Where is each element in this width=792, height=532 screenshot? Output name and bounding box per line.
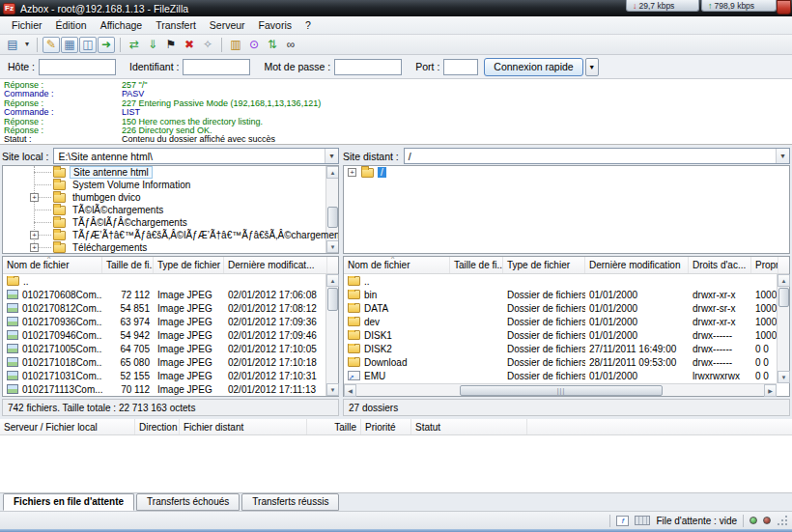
process-queue-icon[interactable]: ⇓: [144, 37, 161, 53]
file-row[interactable]: 0102170608Com...72 112Image JPEG02/01/20…: [3, 288, 338, 301]
menu-fichier[interactable]: Fichier: [5, 17, 49, 33]
toggle-local-pane-icon[interactable]: ◫: [79, 37, 97, 53]
compare-icon[interactable]: ⊙: [245, 37, 263, 53]
column-header-nom-de-fichier[interactable]: Nom de fichier^: [344, 257, 450, 273]
find-icon[interactable]: ∞: [282, 37, 299, 53]
column-header-taille[interactable]: Taille: [307, 419, 361, 434]
expand-plus-icon[interactable]: +: [348, 168, 356, 177]
scroll-left-icon[interactable]: ◀: [344, 384, 356, 397]
quickconnect-dropdown-icon[interactable]: ▼: [585, 58, 599, 76]
expand-plus-icon[interactable]: +: [30, 243, 39, 252]
tree-item-item[interactable]: +/: [344, 166, 789, 179]
scroll-up-icon[interactable]: ▲: [778, 274, 790, 287]
download-arrow-icon: ↓: [633, 1, 637, 11]
quickconnect-button[interactable]: Connexion rapide: [484, 58, 582, 76]
toggle-queue-icon[interactable]: ➜: [98, 37, 115, 53]
column-header-type-de-fichier[interactable]: Type de fichier: [154, 257, 224, 273]
file-row[interactable]: devDossier de fichiers01/01/2000drwxr-xr…: [344, 315, 789, 328]
tree-item-t-l-chargements[interactable]: +Téléchargements: [3, 241, 338, 254]
cell-text: 0 0: [755, 371, 769, 381]
column-header-statut[interactable]: Statut: [411, 419, 527, 434]
column-header-nom-de-fichier[interactable]: Nom de fichier^: [3, 257, 102, 273]
column-header-fichier-distant[interactable]: Fichier distant: [180, 419, 307, 434]
file-row[interactable]: DownloadDossier de fichiers28/11/2011 09…: [344, 355, 789, 369]
tab-fichiers-en-file-d-attente[interactable]: Fichiers en file d'attente: [3, 493, 134, 511]
file-row[interactable]: 0102170936Com...63 974Image JPEG02/01/20…: [3, 315, 338, 328]
scrollbar-thumb[interactable]: [778, 288, 789, 307]
tab-transferts-r-ussis[interactable]: Transferts réussis: [241, 493, 339, 511]
file-row[interactable]: ..: [3, 274, 338, 288]
site-manager-icon[interactable]: ▤: [4, 37, 21, 53]
scrollbar-thumb[interactable]: |||: [460, 385, 663, 396]
cell-name: DATA: [344, 303, 450, 314]
tree-item-t-l-chargements[interactable]: TÃ©lÃ©chargements: [3, 204, 338, 216]
menu-transfert[interactable]: Transfert: [149, 17, 203, 33]
toggle-treeview-icon[interactable]: ▦: [61, 37, 78, 53]
resize-grip[interactable]: [777, 515, 788, 526]
column-header-derni-re-modificat[interactable]: Dernière modificat...: [224, 257, 327, 273]
menu-serveur[interactable]: Serveur: [203, 17, 252, 33]
local-site-path: E:\Site antenne html\: [58, 151, 152, 162]
tree-item-t-l-chargements[interactable]: +TÃƒÆ’Ã†â€™Ãƒâ€šÃ‚Â©lÃƒÆ’Ã†â€™Ãƒâ€šÃ‚Â©c…: [3, 229, 338, 241]
file-row[interactable]: 0102171005Com...64 705Image JPEG02/01/20…: [3, 342, 338, 355]
column-header-serveur-fichier-local[interactable]: Serveur / Fichier local: [0, 419, 135, 434]
cancel-operation-icon[interactable]: ⚑: [162, 37, 180, 53]
column-header-direction[interactable]: Direction: [135, 419, 180, 434]
file-row[interactable]: 0102170946Com...54 942Image JPEG02/01/20…: [3, 328, 338, 342]
chevron-down-icon[interactable]: ▼: [776, 149, 789, 163]
column-header-propri[interactable]: Proprié: [751, 257, 778, 273]
file-row[interactable]: DISK2Dossier de fichiers27/11/2011 16:49…: [344, 342, 789, 355]
tree-item-thumbgen-dvico[interactable]: +thumbgen dvico: [3, 191, 338, 204]
menu-affichage[interactable]: Affichage: [94, 17, 150, 33]
file-row[interactable]: 0102171018Com...65 080Image JPEG02/01/20…: [3, 355, 338, 369]
tree-item-site-antenne-html[interactable]: Site antenne html: [3, 166, 338, 179]
menu-item[interactable]: ?: [298, 17, 318, 33]
disconnect-icon[interactable]: ✖: [181, 37, 198, 53]
user-input[interactable]: [183, 59, 250, 75]
scroll-up-icon[interactable]: ▲: [326, 274, 339, 287]
column-header-label: Serveur / Fichier local: [4, 422, 98, 433]
toggle-log-icon[interactable]: ✎: [42, 37, 60, 53]
file-row[interactable]: ..: [344, 274, 789, 288]
column-header-type-de-fichier[interactable]: Type de fichier: [503, 257, 585, 273]
scrollbar-thumb[interactable]: [327, 288, 338, 311]
file-row[interactable]: EMUDossier de fichiers01/01/2000lrwxrwxr…: [344, 369, 789, 382]
scroll-right-icon[interactable]: ▶: [764, 384, 777, 397]
host-input[interactable]: [39, 59, 116, 75]
reconnect-icon[interactable]: ✧: [199, 37, 216, 53]
scroll-down-icon[interactable]: ▼: [326, 383, 339, 396]
file-row[interactable]: 0102171031Com...52 155Image JPEG02/01/20…: [3, 369, 338, 382]
file-row[interactable]: 0102170812Com...54 851Image JPEG02/01/20…: [3, 301, 338, 315]
column-header-taille-de-fi[interactable]: Taille de fi...: [102, 257, 154, 273]
local-list-scrollbar[interactable]: ▲ ▼: [325, 274, 338, 396]
remote-list-scrollbar[interactable]: ▲ ▼: [777, 274, 789, 383]
site-manager-dropdown-icon[interactable]: ▾: [22, 37, 32, 53]
file-row[interactable]: DISK1Dossier de fichiers01/01/2000drwx--…: [344, 328, 789, 342]
remote-site-combo[interactable]: / ▼: [404, 148, 790, 164]
file-row[interactable]: binDossier de fichiers01/01/2000drwxr-xr…: [344, 288, 789, 301]
refresh-icon[interactable]: ⇄: [126, 37, 143, 53]
tree-item-t-l-chargements[interactable]: TÃƒÂ©lÃƒÂ©chargements: [3, 216, 338, 229]
column-header-priorit[interactable]: Priorité: [361, 419, 411, 434]
menu-dition[interactable]: Édition: [49, 17, 94, 33]
filter-icon[interactable]: ▥: [227, 37, 244, 53]
column-header-derni-re-modification[interactable]: Dernière modification: [585, 257, 689, 273]
expand-plus-icon[interactable]: +: [30, 193, 39, 202]
chevron-down-icon[interactable]: ▼: [325, 149, 338, 163]
sync-browsing-icon[interactable]: ⇅: [264, 37, 281, 53]
column-header-droits-d-ac[interactable]: Droits d'ac...: [689, 257, 751, 273]
file-row[interactable]: 0102171113Com...70 112Image JPEG02/01/20…: [3, 382, 338, 396]
tree-item-system-volume-information[interactable]: System Volume Information: [3, 179, 338, 191]
column-header-taille-de-fi[interactable]: Taille de fi...: [450, 257, 503, 273]
close-button[interactable]: [777, 0, 791, 14]
expand-plus-icon[interactable]: +: [30, 231, 39, 239]
tab-transferts-chou-s[interactable]: Transferts échoués: [136, 493, 240, 511]
port-input[interactable]: [443, 59, 478, 75]
local-site-combo[interactable]: E:\Site antenne html\ ▼: [53, 148, 339, 164]
scroll-down-icon[interactable]: ▼: [778, 371, 790, 383]
file-row[interactable]: DATADossier de fichiers01/01/2000drwxr-s…: [344, 301, 789, 315]
menu-favoris[interactable]: Favoris: [252, 17, 298, 33]
remote-list-hscrollbar[interactable]: ◀ ||| ▶: [344, 383, 777, 396]
password-input[interactable]: [334, 59, 402, 75]
cell-type: Image JPEG: [154, 357, 224, 368]
